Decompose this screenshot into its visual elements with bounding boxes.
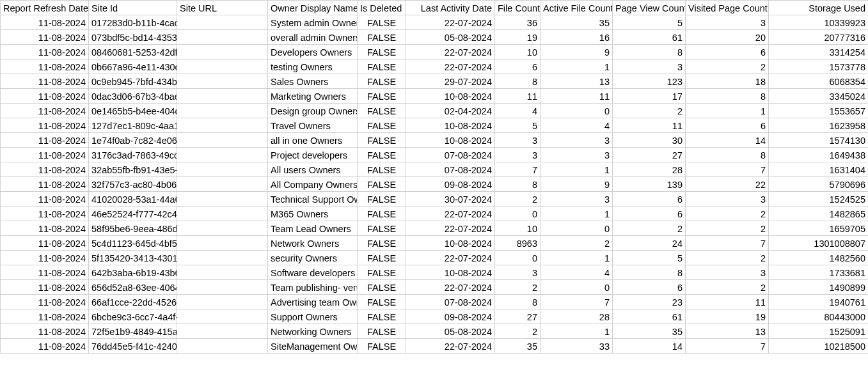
col-active[interactable]: Active File Count <box>541 1 613 15</box>
cell-refresh[interactable]: 11-08-2024 <box>1 74 89 89</box>
cell-owner[interactable]: M365 Owners <box>268 207 358 221</box>
cell-owner[interactable]: Marketing Owners <box>268 89 358 104</box>
cell-storage[interactable]: 1623958 <box>769 118 869 133</box>
cell-filecnt[interactable]: 3 <box>495 133 541 148</box>
cell-storage[interactable]: 1482865 <box>769 207 869 221</box>
cell-siteid[interactable]: 5f135420-3413-4301-a557-8d81a415 <box>89 251 177 265</box>
cell-visited[interactable]: 13 <box>686 324 769 339</box>
cell-lastact[interactable]: 02-04-2024 <box>406 104 495 118</box>
cell-pageview[interactable]: 8 <box>613 265 686 280</box>
cell-storage[interactable]: 1659705 <box>769 221 869 236</box>
cell-deleted[interactable]: FALSE <box>358 133 406 148</box>
cell-lastact[interactable]: 22-07-2024 <box>406 280 495 295</box>
cell-refresh[interactable]: 11-08-2024 <box>1 251 89 265</box>
cell-url[interactable] <box>177 118 268 133</box>
col-lastact[interactable]: Last Activity Date <box>406 1 495 15</box>
cell-owner[interactable]: testing Owners <box>268 59 358 74</box>
cell-filecnt[interactable]: 10 <box>495 45 541 59</box>
cell-visited[interactable]: 8 <box>686 89 769 104</box>
cell-visited[interactable]: 7 <box>686 162 769 177</box>
cell-deleted[interactable]: FALSE <box>358 295 406 309</box>
cell-visited[interactable]: 20 <box>686 30 769 45</box>
cell-refresh[interactable]: 11-08-2024 <box>1 118 89 133</box>
cell-pageview[interactable]: 5 <box>613 251 686 265</box>
cell-filecnt[interactable]: 8 <box>495 177 541 192</box>
cell-siteid[interactable]: 66af1cce-22dd-4526-951f-cc1174555 <box>89 295 177 309</box>
cell-filecnt[interactable]: 27 <box>495 309 541 324</box>
cell-url[interactable] <box>177 295 268 309</box>
table-row[interactable]: 11-08-2024073bdf5c-bd14-4353-8362-bc24ca… <box>1 30 869 45</box>
cell-owner[interactable]: security Owners <box>268 251 358 265</box>
cell-owner[interactable]: SiteManagement Owners <box>268 339 358 354</box>
cell-storage[interactable]: 3345024 <box>769 89 869 104</box>
cell-refresh[interactable]: 11-08-2024 <box>1 148 89 162</box>
cell-active[interactable]: 2 <box>541 236 613 251</box>
cell-active[interactable]: 0 <box>541 280 613 295</box>
cell-visited[interactable]: 2 <box>686 251 769 265</box>
cell-url[interactable] <box>177 207 268 221</box>
cell-active[interactable]: 1 <box>541 162 613 177</box>
cell-refresh[interactable]: 11-08-2024 <box>1 236 89 251</box>
cell-lastact[interactable]: 22-07-2024 <box>406 221 495 236</box>
cell-owner[interactable]: System admin Owners <box>268 15 358 30</box>
cell-siteid[interactable]: 76dd45e5-f41c-4240-9d8b-6f7912c13 <box>89 339 177 354</box>
cell-owner[interactable]: Design group Owners <box>268 104 358 118</box>
cell-siteid[interactable]: 1e74f0ab-7c82-4e06-8af3-4d4db1381 <box>89 133 177 148</box>
cell-filecnt[interactable]: 19 <box>495 30 541 45</box>
cell-pageview[interactable]: 2 <box>613 221 686 236</box>
cell-pageview[interactable]: 14 <box>613 339 686 354</box>
cell-active[interactable]: 3 <box>541 148 613 162</box>
table-row[interactable]: 11-08-20245c4d1123-645d-4bf5-bcd3-b354c5… <box>1 236 869 251</box>
col-url[interactable]: Site URL <box>177 1 268 15</box>
cell-deleted[interactable]: FALSE <box>358 118 406 133</box>
cell-url[interactable] <box>177 265 268 280</box>
table-row[interactable]: 11-08-202476dd45e5-f41c-4240-9d8b-6f7912… <box>1 339 869 354</box>
cell-lastact[interactable]: 07-08-2024 <box>406 162 495 177</box>
cell-storage[interactable]: 1490899 <box>769 280 869 295</box>
cell-deleted[interactable]: FALSE <box>358 30 406 45</box>
cell-filecnt[interactable]: 3 <box>495 265 541 280</box>
cell-lastact[interactable]: 22-07-2024 <box>406 207 495 221</box>
cell-siteid[interactable]: 0c9eb945-7bfd-434b-8aee-958a6b328 <box>89 74 177 89</box>
cell-visited[interactable]: 2 <box>686 280 769 295</box>
cell-deleted[interactable]: FALSE <box>358 45 406 59</box>
cell-deleted[interactable]: FALSE <box>358 59 406 74</box>
table-row[interactable]: 11-08-20241e74f0ab-7c82-4e06-8af3-4d4db1… <box>1 133 869 148</box>
cell-storage[interactable]: 1631404 <box>769 162 869 177</box>
cell-owner[interactable]: all in one Owners <box>268 133 358 148</box>
cell-owner[interactable]: Sales Owners <box>268 74 358 89</box>
cell-deleted[interactable]: FALSE <box>358 339 406 354</box>
cell-active[interactable]: 9 <box>541 45 613 59</box>
cell-url[interactable] <box>177 339 268 354</box>
cell-lastact[interactable]: 09-08-2024 <box>406 177 495 192</box>
cell-refresh[interactable]: 11-08-2024 <box>1 15 89 30</box>
cell-visited[interactable]: 7 <box>686 339 769 354</box>
table-row[interactable]: 11-08-2024642b3aba-6b19-43b6-8c86-5b9019… <box>1 265 869 280</box>
cell-visited[interactable]: 8 <box>686 148 769 162</box>
cell-pageview[interactable]: 139 <box>613 177 686 192</box>
cell-visited[interactable]: 6 <box>686 118 769 133</box>
cell-deleted[interactable]: FALSE <box>358 251 406 265</box>
cell-visited[interactable]: 11 <box>686 295 769 309</box>
cell-siteid[interactable]: 41020028-53a1-44a6-8085-722eba8f <box>89 192 177 207</box>
cell-owner[interactable]: Software developers <box>268 265 358 280</box>
cell-filecnt[interactable]: 8963 <box>495 236 541 251</box>
cell-active[interactable]: 1 <box>541 59 613 74</box>
cell-visited[interactable]: 3 <box>686 15 769 30</box>
cell-refresh[interactable]: 11-08-2024 <box>1 45 89 59</box>
cell-lastact[interactable]: 10-08-2024 <box>406 118 495 133</box>
cell-lastact[interactable]: 22-07-2024 <box>406 45 495 59</box>
col-storage[interactable]: Storage Used <box>769 1 869 15</box>
cell-active[interactable]: 33 <box>541 339 613 354</box>
table-row[interactable]: 11-08-20240dac3d06-67b3-4bae-8716-91b4e7… <box>1 89 869 104</box>
table-row[interactable]: 11-08-202472f5e1b9-4849-415a-9640-1edbe4… <box>1 324 869 339</box>
cell-owner[interactable]: Team publishing- vendors <box>268 280 358 295</box>
table-row[interactable]: 11-08-202408460681-5253-42df-a30a-f50d65… <box>1 45 869 59</box>
cell-storage[interactable]: 1524525 <box>769 192 869 207</box>
cell-owner[interactable]: Team Lead Owners <box>268 221 358 236</box>
cell-owner[interactable]: All users Owners <box>268 162 358 177</box>
cell-active[interactable]: 0 <box>541 104 613 118</box>
cell-lastact[interactable]: 10-08-2024 <box>406 89 495 104</box>
cell-filecnt[interactable]: 8 <box>495 295 541 309</box>
cell-url[interactable] <box>177 104 268 118</box>
